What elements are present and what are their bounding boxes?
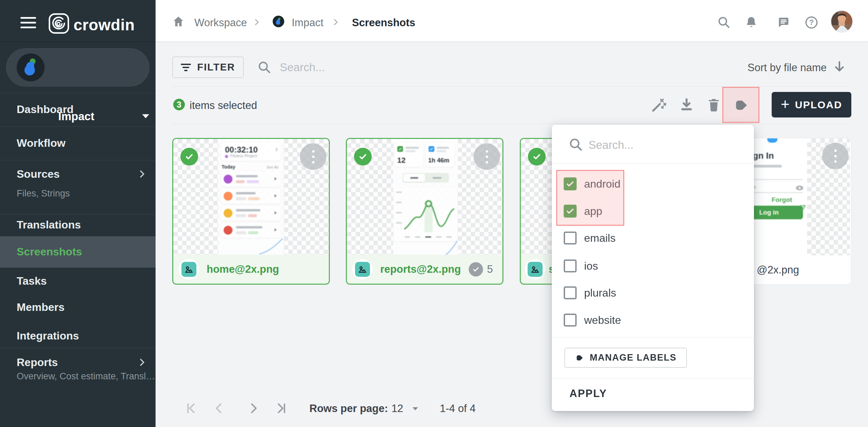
selected-items-label: items selected <box>190 99 257 112</box>
breadcrumb-page: Screenshots <box>352 17 415 29</box>
sort-direction-arrow-icon[interactable] <box>832 59 847 75</box>
tagged-strings-count: 5 <box>487 263 493 275</box>
home-icon[interactable] <box>172 15 185 28</box>
chevron-right-icon <box>137 169 147 179</box>
search-icon[interactable] <box>717 15 730 29</box>
screenshot-card-home[interactable]: 00:32:10 Fitness Project Today See All <box>172 138 330 285</box>
filter-button[interactable]: FILTER <box>172 57 244 78</box>
selected-check-icon[interactable] <box>528 148 546 165</box>
chevron-right-icon <box>331 17 340 27</box>
manage-labels-label: MANAGE LABELS <box>590 352 677 363</box>
caret-down-icon[interactable] <box>412 407 419 411</box>
tagged-strings-check-icon <box>469 262 483 276</box>
notifications-bell-icon[interactable] <box>744 15 758 29</box>
hamburger-menu-icon[interactable] <box>20 17 36 28</box>
sidebar-item-translations[interactable]: Translations <box>17 219 81 231</box>
checkbox-unchecked-icon[interactable] <box>564 314 577 327</box>
label-option-text: website <box>584 314 621 327</box>
mock-timer: 00:32:10 <box>225 145 258 155</box>
last-page-icon[interactable] <box>274 401 289 415</box>
mock-project-label: Fitness Project <box>230 154 257 158</box>
auto-tag-wand-icon[interactable] <box>651 97 667 113</box>
filter-icon <box>181 62 191 73</box>
screenshot-filename[interactable]: home@2x.png <box>207 263 279 275</box>
card-menu-button[interactable] <box>473 143 500 170</box>
screenshot-card-reports[interactable]: 12 1h 46m <box>346 138 503 285</box>
card-footer: reports@2x.png 5 <box>347 255 502 284</box>
pagination-range: 1-4 of 4 <box>440 402 476 415</box>
selected-check-icon[interactable] <box>180 148 198 165</box>
mock-chart-fragment <box>258 236 284 255</box>
screenshot-filename[interactable]: @2x.png <box>757 264 799 276</box>
sidebar-item-workflow[interactable]: Workflow <box>17 137 65 149</box>
crowdin-logo-text: crowdin <box>74 16 135 34</box>
upload-button[interactable]: + UPLOAD <box>772 92 851 117</box>
svg-text:?: ? <box>809 18 814 27</box>
checkbox-unchecked-icon[interactable] <box>564 232 577 244</box>
mock-see-all: See All <box>267 165 278 169</box>
label-option-plurals[interactable]: plurals <box>552 279 754 306</box>
image-file-icon <box>179 259 199 280</box>
checked-labels-highlight <box>556 170 624 226</box>
card-footer: home@2x.png <box>173 255 329 284</box>
card-menu-button[interactable] <box>822 143 849 169</box>
checkbox-unchecked-icon[interactable] <box>564 259 577 272</box>
sidebar: crowdin Impact Dashboard Workflow Source… <box>0 0 156 427</box>
screenshots-search-input[interactable] <box>280 58 457 77</box>
chevron-right-icon <box>252 17 261 27</box>
sidebar-item-sources[interactable]: Sources <box>17 168 60 180</box>
manage-labels-button[interactable]: MANAGE LABELS <box>564 348 687 368</box>
sidebar-item-members[interactable]: Members <box>17 301 65 314</box>
first-page-icon[interactable] <box>184 401 198 415</box>
project-selector[interactable]: Impact <box>6 48 149 86</box>
rows-per-page-label: Rows per page: <box>309 402 388 415</box>
screenshot-preview-home: 00:32:10 Fitness Project Today See All <box>218 139 284 257</box>
sort-by-label[interactable]: Sort by file name <box>748 62 827 74</box>
label-option-text: emails <box>584 232 615 244</box>
crowdin-logo-icon <box>48 13 69 34</box>
rows-per-page-value[interactable]: 12 <box>391 402 403 415</box>
chevron-right-icon <box>274 147 279 152</box>
label-option-ios[interactable]: ios <box>552 252 754 280</box>
sidebar-item-dashboard[interactable]: Dashboard <box>17 103 74 116</box>
sidebar-item-reports[interactable]: Reports <box>17 356 58 369</box>
breadcrumb-project-icon <box>273 16 284 27</box>
mock-chart-card <box>394 187 457 241</box>
label-tag-icon <box>575 353 584 362</box>
label-search-input[interactable] <box>589 135 738 155</box>
previous-page-icon[interactable] <box>212 401 226 415</box>
card-menu-button[interactable] <box>300 143 326 170</box>
breadcrumb-project[interactable]: Impact <box>292 17 323 29</box>
label-option-website[interactable]: website <box>552 306 754 334</box>
sidebar-item-reports-sub: Overview, Cost estimate, Transl… <box>17 371 155 382</box>
help-icon[interactable]: ? <box>804 15 819 30</box>
screenshot-filename[interactable]: reports@2x.png <box>380 263 461 275</box>
sidebar-header: crowdin <box>0 0 156 42</box>
mock-toggle <box>403 173 449 183</box>
next-page-icon[interactable] <box>246 401 261 415</box>
label-tag-icon[interactable] <box>733 97 750 113</box>
messages-icon[interactable] <box>776 15 791 30</box>
label-button-highlight <box>722 87 759 123</box>
chevron-down-icon <box>141 113 150 120</box>
image-file-icon <box>525 259 545 280</box>
selected-check-icon[interactable] <box>354 148 372 165</box>
apply-button[interactable]: APPLY <box>569 388 607 400</box>
sidebar-item-tasks[interactable]: Tasks <box>17 275 47 287</box>
checkbox-unchecked-icon[interactable] <box>564 286 577 299</box>
sidebar-item-screenshots[interactable]: Screenshots <box>17 246 82 258</box>
screenshot-preview-reports: 12 1h 46m <box>393 139 458 257</box>
user-avatar[interactable] <box>831 10 853 33</box>
chevron-right-icon <box>137 357 147 367</box>
top-header: Workspace Impact Screenshots ? <box>156 0 868 42</box>
breadcrumb-workspace[interactable]: Workspace <box>194 17 247 29</box>
delete-trash-icon[interactable] <box>706 97 722 113</box>
download-icon[interactable] <box>679 97 694 113</box>
selected-count-badge: 3 <box>173 99 185 110</box>
label-option-emails[interactable]: emails <box>552 224 754 252</box>
mock-task-row <box>221 172 281 187</box>
upload-button-label: UPLOAD <box>795 99 842 111</box>
search-icon <box>568 137 583 152</box>
sidebar-item-integrations[interactable]: Integrations <box>17 330 79 342</box>
filter-button-label: FILTER <box>197 62 235 73</box>
